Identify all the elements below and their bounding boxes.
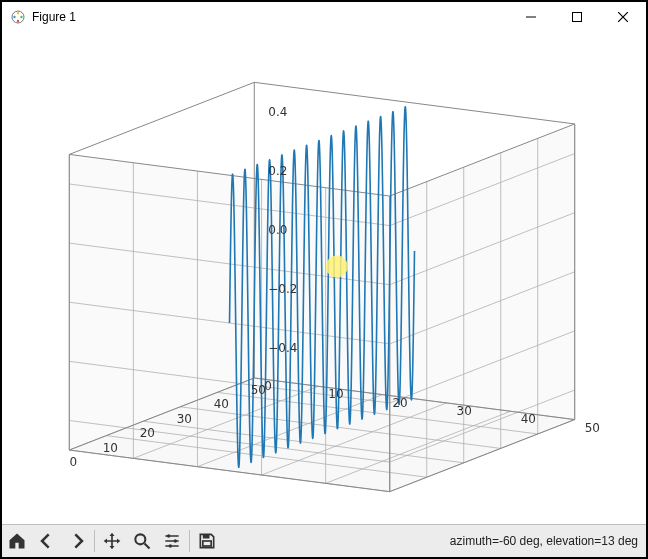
svg-rect-31 [203,541,211,546]
close-button[interactable] [600,2,646,32]
app-icon [10,9,26,25]
svg-text:20: 20 [140,426,155,440]
toolbar-separator [189,530,190,552]
svg-text:40: 40 [521,412,536,426]
svg-point-3 [17,20,19,22]
svg-point-2 [20,16,22,18]
titlebar: Figure 1 [2,2,646,32]
svg-text:0.2: 0.2 [268,164,287,178]
svg-text:50: 50 [585,421,600,435]
svg-text:10: 10 [328,387,343,401]
minimize-button[interactable] [508,2,554,32]
maximize-button[interactable] [554,2,600,32]
svg-text:0: 0 [69,455,77,469]
svg-text:20: 20 [392,396,407,410]
configure-button[interactable] [157,526,187,556]
home-button[interactable] [2,526,32,556]
window-title: Figure 1 [32,10,76,24]
svg-text:30: 30 [457,404,472,418]
svg-text:−0.4: −0.4 [268,341,297,355]
save-button[interactable] [192,526,222,556]
zoom-button[interactable] [127,526,157,556]
svg-text:−0.2: −0.2 [268,282,297,296]
navigation-toolbar: azimuth=-60 deg, elevation=13 deg [2,524,646,557]
toolbar-separator [94,530,95,552]
svg-point-26 [135,534,145,544]
forward-button[interactable] [62,526,92,556]
cursor-highlight [326,255,348,277]
svg-text:30: 30 [177,412,192,426]
back-button[interactable] [32,526,62,556]
svg-point-28 [174,539,177,542]
svg-text:40: 40 [214,397,229,411]
svg-text:0: 0 [264,379,272,393]
svg-text:0.0: 0.0 [268,223,287,237]
svg-point-1 [17,12,19,14]
figure-canvas[interactable]: 0102030405001020304050−0.4−0.20.00.20.4 [2,32,646,525]
svg-text:10: 10 [103,441,118,455]
svg-point-4 [13,16,15,18]
svg-rect-5 [573,13,582,22]
svg-point-27 [167,534,170,537]
svg-text:0.4: 0.4 [268,105,287,119]
svg-rect-30 [203,534,210,538]
axes-3d: 0102030405001020304050−0.4−0.20.00.20.4 [2,32,646,525]
pan-button[interactable] [97,526,127,556]
svg-point-29 [169,544,172,547]
status-text: azimuth=-60 deg, elevation=13 deg [450,534,638,548]
